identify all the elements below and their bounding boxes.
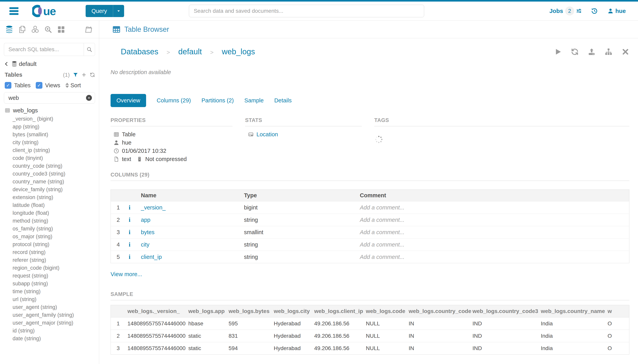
documents-icon[interactable] <box>18 25 26 34</box>
tab-details[interactable]: Details <box>274 97 292 104</box>
search-plus-icon[interactable] <box>44 25 52 34</box>
column-item[interactable]: city (string) <box>13 138 99 146</box>
column-item[interactable]: user_agent (string) <box>13 303 99 311</box>
tree-table-web-logs[interactable]: web_logs <box>5 107 99 114</box>
view-more-link[interactable]: View more... <box>111 271 629 278</box>
jobs-count-badge[interactable]: 2 <box>565 6 574 16</box>
table-filter-input[interactable] <box>4 92 95 104</box>
column-item[interactable]: client_ip (string) <box>13 146 99 154</box>
column-item[interactable]: os_major (string) <box>13 232 99 240</box>
info-icon[interactable]: i <box>126 226 138 238</box>
sample-cell: IN <box>407 342 471 354</box>
apps-grid-icon[interactable] <box>57 25 65 34</box>
column-name-link[interactable]: bytes <box>138 226 241 238</box>
sql-search-button[interactable] <box>84 43 95 56</box>
tab-columns[interactable]: Columns (29) <box>157 97 191 104</box>
documents-folder-icon[interactable] <box>84 25 93 34</box>
column-comment-placeholder[interactable]: Add a comment... <box>357 226 629 238</box>
property-type: Table <box>122 131 135 138</box>
breadcrumb-default[interactable]: default <box>178 47 202 56</box>
column-item[interactable]: country_code3 (string) <box>13 170 99 178</box>
refresh-tables-icon[interactable] <box>90 72 95 78</box>
column-item[interactable]: protocol (string) <box>13 240 99 248</box>
sample-col-header: web_logs.bytes <box>227 305 272 317</box>
global-search-input[interactable] <box>189 5 424 17</box>
column-name-link[interactable]: client_ip <box>138 251 241 263</box>
column-item[interactable]: country_code (string) <box>13 162 99 170</box>
user-menu[interactable]: hue <box>607 8 626 14</box>
column-item[interactable]: code (tinyint) <box>13 154 99 162</box>
breadcrumb-web-logs[interactable]: web_logs <box>222 47 255 56</box>
column-item[interactable]: record (string) <box>13 248 99 256</box>
tab-sample[interactable]: Sample <box>244 97 264 104</box>
tables-checkbox[interactable]: ✓ <box>5 82 12 89</box>
import-upload-icon[interactable] <box>588 48 596 56</box>
views-checkbox[interactable]: ✓ <box>36 82 42 89</box>
column-item[interactable]: url (string) <box>13 295 99 303</box>
column-item[interactable]: method (string) <box>13 217 99 225</box>
sliders-icon[interactable] <box>576 8 582 14</box>
column-item[interactable]: subapp (string) <box>13 280 99 288</box>
filter-funnel-icon[interactable] <box>73 72 78 78</box>
column-item[interactable]: request (string) <box>13 272 99 280</box>
sample-cell: NULL <box>364 317 407 330</box>
column-comment-placeholder[interactable]: Add a comment... <box>357 214 629 226</box>
column-item[interactable]: country_name (string) <box>13 178 99 186</box>
column-item[interactable]: bytes (smallint) <box>13 130 99 138</box>
column-item[interactable]: device_family (string) <box>13 186 99 194</box>
column-item[interactable]: referer (string) <box>13 256 99 264</box>
column-item[interactable]: region_code (bigint) <box>13 264 99 272</box>
history-icon[interactable] <box>591 8 598 14</box>
column-item[interactable]: date (string) <box>13 334 99 342</box>
sort-icon[interactable] <box>65 83 69 88</box>
query-play-icon[interactable] <box>554 48 562 56</box>
location-link[interactable]: Location <box>257 131 278 138</box>
database-icon[interactable] <box>5 25 13 34</box>
sample-col-header: web_logs.city <box>272 305 312 317</box>
column-comment-placeholder[interactable]: Add a comment... <box>357 251 629 263</box>
database-breadcrumb[interactable]: default <box>0 58 99 69</box>
close-icon[interactable] <box>621 48 629 56</box>
column-item[interactable]: user_agent_major (string) <box>13 319 99 327</box>
hdd-location-icon <box>248 132 254 137</box>
info-icon[interactable]: i <box>126 202 138 214</box>
sample-table-wrap: web_logs._version_ web_logs.app web_logs… <box>111 305 629 354</box>
lineage-sitemap-icon[interactable] <box>605 48 612 56</box>
jobs-link[interactable]: Jobs <box>549 8 563 14</box>
column-item[interactable]: time (string) <box>13 288 99 295</box>
hamburger-menu-icon[interactable] <box>10 6 19 16</box>
sample-cell: 594 <box>227 342 272 354</box>
info-icon[interactable]: i <box>126 238 138 251</box>
hue-logo[interactable]: ue <box>32 4 56 18</box>
column-item[interactable]: os_family (string) <box>13 225 99 232</box>
cubes-icon[interactable] <box>31 25 39 34</box>
table-description[interactable]: No description available <box>111 69 629 76</box>
tab-overview[interactable]: Overview <box>111 94 146 107</box>
column-item[interactable]: user_agent_family (string) <box>13 311 99 319</box>
breadcrumb-databases[interactable]: Databases <box>121 47 158 56</box>
query-dropdown-caret[interactable] <box>113 5 124 17</box>
sample-cell: static <box>186 342 227 354</box>
refresh-icon[interactable] <box>571 48 579 56</box>
add-table-icon[interactable] <box>81 72 87 78</box>
column-item[interactable]: extension (string) <box>13 194 99 201</box>
column-item[interactable]: latitude (float) <box>13 201 99 209</box>
navbar-right-cluster: Jobs 2 hue <box>549 6 626 16</box>
sample-cell: India <box>539 317 606 330</box>
info-icon[interactable]: i <box>126 214 138 226</box>
query-button[interactable]: Query <box>86 5 124 17</box>
column-name-link[interactable]: app <box>138 214 241 226</box>
column-comment-placeholder[interactable]: Add a comment... <box>357 238 629 251</box>
clear-filter-icon[interactable]: ✕ <box>86 95 92 101</box>
sort-label[interactable]: Sort <box>71 82 81 89</box>
column-item[interactable]: longitude (float) <box>13 209 99 217</box>
sql-tables-search-input[interactable] <box>4 43 84 56</box>
column-name-link[interactable]: city <box>138 238 241 251</box>
column-name-link[interactable]: _version_ <box>138 202 241 214</box>
column-item[interactable]: _version_ (bigint) <box>13 115 99 123</box>
column-item[interactable]: id (string) <box>13 327 99 334</box>
column-comment-placeholder[interactable]: Add a comment... <box>357 202 629 214</box>
info-icon[interactable]: i <box>126 251 138 263</box>
column-item[interactable]: app (string) <box>13 123 99 130</box>
tab-partitions[interactable]: Partitions (2) <box>201 97 234 104</box>
